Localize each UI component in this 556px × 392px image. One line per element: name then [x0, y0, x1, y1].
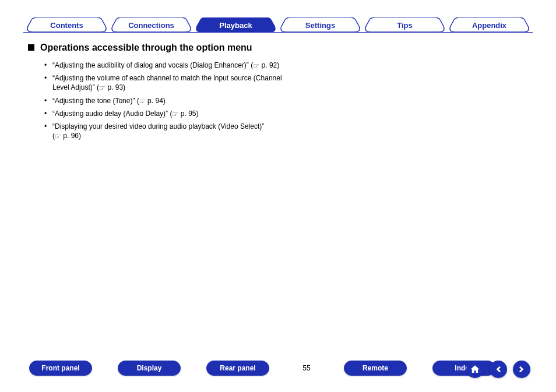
- tab-label: Playback: [219, 21, 252, 30]
- page-ref: (☞ p. 92): [251, 61, 279, 69]
- button-label: Display: [137, 364, 162, 372]
- tab-settings[interactable]: Settings: [279, 17, 361, 33]
- tab-label: Settings: [305, 21, 335, 30]
- display-button[interactable]: Display: [118, 361, 181, 376]
- pointer-icon: ☞: [99, 83, 105, 93]
- home-icon[interactable]: [466, 361, 484, 378]
- page-ref: (☞ p. 96): [52, 132, 81, 140]
- list-item-text: “Displaying your desired video during au…: [52, 122, 264, 130]
- bullet-list: “Adjusting the audibility of dialog and …: [44, 61, 337, 140]
- page-ref-value: p. 96: [63, 132, 79, 140]
- list-item[interactable]: “Adjusting the audibility of dialog and …: [44, 61, 289, 70]
- top-tabs: Contents Connections Playback Settings T…: [0, 17, 556, 33]
- heading-square-icon: [28, 44, 34, 51]
- list-item[interactable]: “Displaying your desired video during au…: [44, 122, 289, 140]
- button-label: Front panel: [41, 364, 79, 372]
- prev-icon[interactable]: [490, 361, 507, 378]
- page-ref-value: p. 94: [147, 97, 163, 105]
- tab-label: Connections: [128, 21, 174, 30]
- tab-label: Appendix: [472, 21, 506, 30]
- nav-icons: [466, 361, 530, 378]
- page-number: 55: [295, 364, 318, 372]
- pointer-icon: ☞: [55, 132, 61, 141]
- list-item[interactable]: “Adjusting audio delay (Audio Delay)” (☞…: [44, 109, 289, 118]
- list-item-text: “Adjusting the audibility of dialog and …: [52, 61, 249, 69]
- page-ref-value: p. 92: [262, 61, 277, 69]
- tab-connections[interactable]: Connections: [110, 17, 192, 33]
- rear-panel-button[interactable]: Rear panel: [206, 361, 269, 376]
- page-ref-value: p. 95: [181, 110, 196, 118]
- pointer-icon: ☞: [253, 61, 259, 70]
- tab-tips[interactable]: Tips: [364, 17, 446, 33]
- list-item[interactable]: “Adjusting the tone (Tone)” (☞ p. 94): [44, 96, 289, 105]
- button-label: Rear panel: [220, 364, 255, 372]
- pointer-icon: ☞: [172, 110, 178, 119]
- section-heading: Operations accessible through the option…: [40, 42, 252, 54]
- button-label: Remote: [363, 364, 388, 372]
- next-icon[interactable]: [513, 361, 530, 378]
- content-block: Operations accessible through the option…: [28, 42, 337, 144]
- tab-label: Contents: [50, 21, 83, 30]
- list-item-text: “Adjusting the volume of each channel to…: [52, 74, 282, 91]
- list-item-text: “Adjusting the tone (Tone)”: [52, 97, 135, 105]
- tab-appendix[interactable]: Appendix: [448, 17, 530, 33]
- tab-label: Tips: [397, 21, 413, 30]
- page-ref: (☞ p. 93): [97, 83, 125, 91]
- pointer-icon: ☞: [139, 97, 146, 106]
- tab-contents[interactable]: Contents: [26, 17, 108, 33]
- page-ref: (☞ p. 94): [137, 97, 166, 105]
- page-ref: (☞ p. 95): [170, 110, 198, 118]
- tab-playback[interactable]: Playback: [195, 17, 277, 33]
- front-panel-button[interactable]: Front panel: [29, 361, 92, 376]
- list-item[interactable]: “Adjusting the volume of each channel to…: [44, 73, 289, 92]
- page-ref-value: p. 93: [107, 83, 123, 91]
- list-item-text: “Adjusting audio delay (Audio Delay)”: [52, 110, 168, 118]
- remote-button[interactable]: Remote: [344, 361, 407, 376]
